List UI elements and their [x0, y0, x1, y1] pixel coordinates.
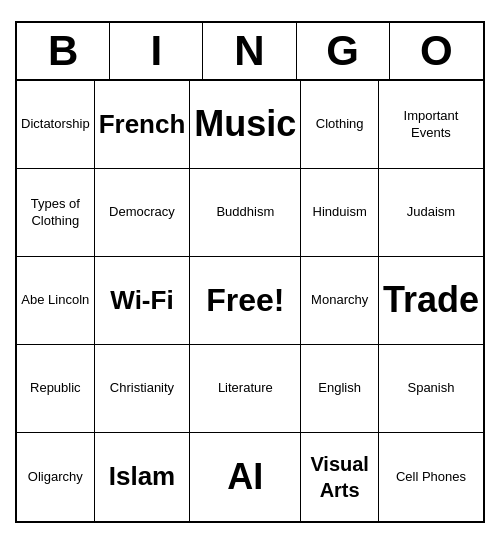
header-o: O — [390, 23, 483, 79]
bingo-cell-19[interactable]: Spanish — [379, 345, 483, 433]
bingo-card: B I N G O DictatorshipFrenchMusicClothin… — [15, 21, 485, 523]
bingo-cell-3[interactable]: Clothing — [301, 81, 379, 169]
header-b: B — [17, 23, 110, 79]
bingo-cell-18[interactable]: English — [301, 345, 379, 433]
bingo-cell-21[interactable]: Islam — [95, 433, 191, 521]
bingo-cell-24[interactable]: Cell Phones — [379, 433, 483, 521]
bingo-cell-23[interactable]: Visual Arts — [301, 433, 379, 521]
bingo-cell-15[interactable]: Republic — [17, 345, 95, 433]
bingo-cell-5[interactable]: Types of Clothing — [17, 169, 95, 257]
bingo-cell-6[interactable]: Democracy — [95, 169, 191, 257]
bingo-cell-0[interactable]: Dictatorship — [17, 81, 95, 169]
bingo-cell-11[interactable]: Wi-Fi — [95, 257, 191, 345]
header-i: I — [110, 23, 203, 79]
bingo-cell-20[interactable]: Oligarchy — [17, 433, 95, 521]
bingo-cell-7[interactable]: Buddhism — [190, 169, 301, 257]
bingo-cell-13[interactable]: Monarchy — [301, 257, 379, 345]
bingo-cell-12[interactable]: Free! — [190, 257, 301, 345]
bingo-cell-4[interactable]: Important Events — [379, 81, 483, 169]
header-n: N — [203, 23, 296, 79]
header-g: G — [297, 23, 390, 79]
bingo-cell-8[interactable]: Hinduism — [301, 169, 379, 257]
bingo-cell-9[interactable]: Judaism — [379, 169, 483, 257]
bingo-cell-2[interactable]: Music — [190, 81, 301, 169]
bingo-cell-14[interactable]: Trade — [379, 257, 483, 345]
bingo-header: B I N G O — [17, 23, 483, 81]
bingo-cell-1[interactable]: French — [95, 81, 191, 169]
bingo-cell-22[interactable]: AI — [190, 433, 301, 521]
bingo-grid: DictatorshipFrenchMusicClothingImportant… — [17, 81, 483, 521]
bingo-cell-10[interactable]: Abe Lincoln — [17, 257, 95, 345]
bingo-cell-16[interactable]: Christianity — [95, 345, 191, 433]
bingo-cell-17[interactable]: Literature — [190, 345, 301, 433]
